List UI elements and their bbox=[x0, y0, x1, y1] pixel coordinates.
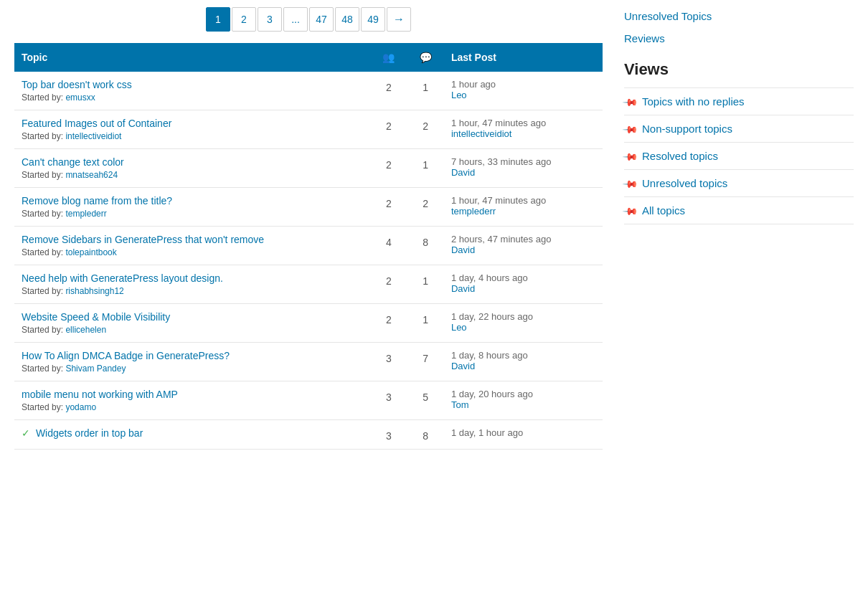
topic-starter: Started by: yodamo bbox=[22, 402, 363, 412]
topic-lastpost: 1 day, 22 hours agoLeo bbox=[444, 304, 603, 343]
topic-starter-link[interactable]: mnatseah624 bbox=[65, 170, 118, 180]
sidebar-view-item-0: 📌Topics with no replies bbox=[624, 87, 854, 115]
topic-starter-link[interactable]: tolepaintbook bbox=[65, 247, 116, 257]
page-2[interactable]: 2 bbox=[232, 7, 256, 32]
col-header-voices: 👥 bbox=[370, 43, 407, 72]
topic-posts: 2 bbox=[407, 188, 444, 227]
topic-voices: 3 bbox=[370, 420, 407, 450]
sidebar-view-item-3: 📌Unresolved topics bbox=[624, 169, 854, 196]
lastpost-time: 1 hour, 47 minutes ago bbox=[451, 118, 595, 128]
sidebar-top-link-1[interactable]: Reviews bbox=[624, 29, 854, 47]
topic-starter: Started by: emusxx bbox=[22, 92, 363, 103]
resolved-check-icon: ✓ bbox=[22, 427, 33, 439]
sidebar-view-link-4[interactable]: All topics bbox=[642, 204, 685, 217]
topic-title: Top bar doesn't work css bbox=[22, 79, 363, 90]
lastpost-user: David bbox=[451, 361, 595, 371]
lastpost-user: intellectiveidiot bbox=[451, 128, 595, 139]
table-row: Can't change text colorStarted by: mnats… bbox=[14, 149, 603, 188]
topic-starter: Started by: mnatseah624 bbox=[22, 170, 363, 180]
topic-posts: 7 bbox=[407, 343, 444, 381]
lastpost-user: David bbox=[451, 283, 595, 294]
topic-title: ✓ Widgets order in top bar bbox=[22, 427, 363, 439]
topic-starter-link[interactable]: ellicehelen bbox=[65, 325, 106, 335]
pin-icon: 📌 bbox=[622, 120, 638, 137]
topic-starter-link[interactable]: templederr bbox=[65, 209, 106, 219]
topic-starter-link[interactable]: emusxx bbox=[65, 92, 95, 103]
lastpost-time: 2 hours, 47 minutes ago bbox=[451, 234, 595, 244]
topic-title: Remove blog name from the title? bbox=[22, 195, 363, 206]
topic-title: Need help with GeneratePress layout desi… bbox=[22, 272, 363, 284]
views-section-title: Views bbox=[624, 60, 854, 79]
topic-title-link[interactable]: How To Align DMCA Badge in GeneratePress… bbox=[22, 350, 230, 361]
topic-title: Website Speed & Mobile Visibility bbox=[22, 311, 363, 323]
page-47[interactable]: 47 bbox=[309, 7, 334, 32]
table-row: How To Align DMCA Badge in GeneratePress… bbox=[14, 343, 603, 381]
topic-starter-link[interactable]: Shivam Pandey bbox=[65, 364, 126, 374]
topic-posts: 8 bbox=[407, 420, 444, 450]
topic-title-link[interactable]: Top bar doesn't work css bbox=[22, 79, 132, 90]
topic-starter-link[interactable]: intellectiveidiot bbox=[65, 131, 121, 141]
topic-starter-link[interactable]: rishabhsingh12 bbox=[65, 286, 123, 296]
topic-title-link[interactable]: mobile menu not working with AMP bbox=[22, 389, 178, 400]
lastpost-time: 1 hour, 47 minutes ago bbox=[451, 195, 595, 206]
topic-cell: mobile menu not working with AMPStarted … bbox=[14, 381, 370, 420]
page-dots: ... bbox=[283, 7, 308, 32]
topic-cell: ✓ Widgets order in top bar bbox=[14, 420, 370, 450]
main-content: 1 2 3 ... 47 48 49 → Topic 👥 💬 Last bbox=[14, 7, 603, 450]
topic-starter: Started by: ellicehelen bbox=[22, 325, 363, 335]
topic-title-link[interactable]: Can't change text color bbox=[22, 156, 124, 168]
pin-icon: 📌 bbox=[622, 175, 638, 191]
lastpost-user: David bbox=[451, 244, 595, 255]
topic-cell: How To Align DMCA Badge in GeneratePress… bbox=[14, 343, 370, 381]
topic-title-link[interactable]: Need help with GeneratePress layout desi… bbox=[22, 272, 223, 284]
page-next[interactable]: → bbox=[387, 7, 411, 32]
topic-lastpost: 7 hours, 33 minutes agoDavid bbox=[444, 149, 603, 188]
topic-voices: 2 bbox=[370, 149, 407, 188]
topic-voices: 4 bbox=[370, 227, 407, 265]
topic-lastpost: 1 hour, 47 minutes agotemplederr bbox=[444, 188, 603, 227]
topic-cell: Can't change text colorStarted by: mnats… bbox=[14, 149, 370, 188]
topic-posts: 2 bbox=[407, 110, 444, 149]
col-header-lastpost: Last Post bbox=[444, 43, 603, 72]
lastpost-user: Leo bbox=[451, 322, 595, 333]
topic-voices: 2 bbox=[370, 72, 407, 110]
col-header-topic: Topic bbox=[14, 43, 370, 72]
topic-title: Featured Images out of Container bbox=[22, 118, 363, 129]
topic-voices: 3 bbox=[370, 343, 407, 381]
sidebar-view-link-2[interactable]: Resolved topics bbox=[642, 150, 718, 162]
page-48[interactable]: 48 bbox=[335, 7, 359, 32]
topic-starter: Started by: rishabhsingh12 bbox=[22, 286, 363, 296]
page-49[interactable]: 49 bbox=[361, 7, 385, 32]
voices-icon: 👥 bbox=[382, 52, 395, 63]
table-row: ✓ Widgets order in top bar381 day, 1 hou… bbox=[14, 420, 603, 450]
sidebar-view-item-4: 📌All topics bbox=[624, 196, 854, 224]
topic-title-link[interactable]: Widgets order in top bar bbox=[36, 427, 143, 439]
topic-posts: 1 bbox=[407, 304, 444, 343]
sidebar-view-item-1: 📌Non-support topics bbox=[624, 115, 854, 142]
page-3[interactable]: 3 bbox=[258, 7, 282, 32]
topic-title-link[interactable]: Remove blog name from the title? bbox=[22, 195, 172, 206]
lastpost-user: David bbox=[451, 167, 595, 178]
topic-voices: 3 bbox=[370, 381, 407, 420]
sidebar-top-link-0[interactable]: Unresolved Topics bbox=[624, 7, 854, 25]
table-row: mobile menu not working with AMPStarted … bbox=[14, 381, 603, 420]
topic-posts: 1 bbox=[407, 149, 444, 188]
topic-title-link[interactable]: Website Speed & Mobile Visibility bbox=[22, 311, 170, 323]
topic-voices: 2 bbox=[370, 265, 407, 304]
sidebar-view-link-1[interactable]: Non-support topics bbox=[642, 123, 732, 135]
topic-starter: Started by: Shivam Pandey bbox=[22, 364, 363, 374]
topic-voices: 2 bbox=[370, 110, 407, 149]
col-header-posts: 💬 bbox=[407, 43, 444, 72]
topic-title-link[interactable]: Remove Sidebars in GeneratePress that wo… bbox=[22, 234, 264, 245]
sidebar-view-link-3[interactable]: Unresolved topics bbox=[642, 177, 727, 189]
pin-icon: 📌 bbox=[622, 148, 638, 164]
sidebar-view-link-0[interactable]: Topics with no replies bbox=[642, 95, 745, 108]
topic-cell: Featured Images out of ContainerStarted … bbox=[14, 110, 370, 149]
page-1[interactable]: 1 bbox=[206, 7, 230, 32]
topic-posts: 1 bbox=[407, 265, 444, 304]
lastpost-time: 1 day, 8 hours ago bbox=[451, 350, 595, 361]
lastpost-user: templederr bbox=[451, 206, 595, 217]
topic-title-link[interactable]: Featured Images out of Container bbox=[22, 118, 171, 129]
topic-starter-link[interactable]: yodamo bbox=[65, 402, 96, 412]
pagination: 1 2 3 ... 47 48 49 → bbox=[14, 7, 603, 32]
